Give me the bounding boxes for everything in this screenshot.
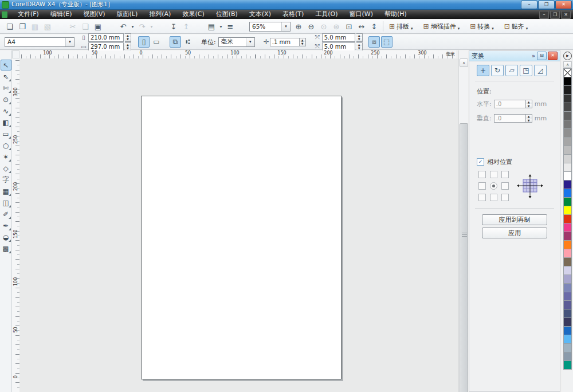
zoom-toolbar-button[interactable]: ↔: [356, 21, 367, 32]
zoom-toolbar-button[interactable]: ↕: [368, 21, 380, 32]
toolbar-button[interactable]: [237, 21, 249, 32]
vertical-stepper[interactable]: ▲▼: [526, 114, 532, 123]
color-swatch[interactable]: [563, 120, 572, 129]
toolbox-tool[interactable]: ▩: [1, 243, 11, 254]
color-swatch[interactable]: [563, 343, 572, 352]
color-swatch[interactable]: [563, 283, 572, 292]
paper-width-stepper[interactable]: ▲▼: [125, 33, 131, 42]
transform-mode-button[interactable]: ↻: [491, 65, 504, 76]
labeled-toolbar-button[interactable]: ⊞ 增强插件 ▾: [420, 21, 464, 32]
menu-item[interactable]: 视图(V): [77, 10, 111, 19]
toolbox-tool[interactable]: ⊙: [1, 94, 11, 105]
toolbar-button[interactable]: ▣: [92, 21, 104, 32]
color-swatch[interactable]: [563, 128, 572, 138]
color-swatch[interactable]: [563, 197, 572, 206]
toolbox-tool[interactable]: ▦: [1, 186, 11, 197]
toolbar-button[interactable]: ▾: [149, 21, 154, 32]
color-swatch[interactable]: [563, 171, 572, 181]
toolbox-tool[interactable]: ▭: [1, 128, 11, 139]
menu-item[interactable]: 工具(O): [309, 10, 343, 19]
toolbar-button[interactable]: ❐: [17, 21, 28, 32]
zoom-toolbar-button[interactable]: ⊙: [318, 21, 329, 32]
current-page-button[interactable]: ⑆: [182, 36, 194, 48]
duplicate-y-input[interactable]: 5.0 mm: [322, 42, 355, 51]
docker-chevron-icon[interactable]: »: [532, 53, 535, 59]
chevron-down-icon[interactable]: ▾: [281, 22, 290, 31]
color-swatch[interactable]: [563, 180, 572, 189]
transform-mode-button[interactable]: ◳: [520, 65, 532, 76]
color-swatch[interactable]: [563, 275, 572, 284]
toolbar-button[interactable]: [155, 21, 167, 32]
color-swatch[interactable]: [563, 146, 572, 155]
anchor-top-left[interactable]: [478, 171, 486, 178]
toolbar-button[interactable]: [105, 21, 116, 32]
nudge-stepper[interactable]: ▲▼: [300, 38, 306, 46]
toolbox-tool[interactable]: ○: [1, 140, 11, 151]
toolbar-button[interactable]: ✂: [67, 21, 79, 32]
toolbox-tool[interactable]: ◒: [1, 232, 11, 242]
menu-item[interactable]: 文本(X): [244, 10, 277, 19]
page-size-combo[interactable]: A4 ▾: [5, 37, 74, 47]
ruler-origin[interactable]: [12, 50, 19, 58]
vertical-ruler[interactable]: 300250200150100500: [12, 58, 20, 392]
zoom-toolbar-button[interactable]: ⊕: [293, 21, 304, 32]
docker-minimize-button[interactable]: ⊟: [537, 52, 547, 60]
portrait-button[interactable]: ▯: [138, 36, 150, 48]
paper-height-input[interactable]: 297.0 mm: [88, 42, 124, 51]
palette-flyout-icon[interactable]: ▶: [563, 52, 572, 60]
toolbar-button[interactable]: ❏: [4, 21, 15, 32]
zoom-toolbar-button[interactable]: ⊖: [305, 21, 317, 32]
anchor-middle-left[interactable]: [478, 182, 486, 190]
color-swatch[interactable]: [563, 94, 572, 103]
page-area[interactable]: [141, 96, 342, 379]
labeled-toolbar-button[interactable]: ⊞ 排版 ▾: [386, 21, 417, 32]
toolbar-button[interactable]: ↶: [117, 21, 129, 32]
menu-item[interactable]: 版面(L): [111, 10, 144, 19]
minimize-button[interactable]: –: [521, 1, 537, 9]
drawing-canvas[interactable]: [19, 58, 458, 392]
transform-mode-button[interactable]: ◿: [534, 65, 547, 76]
zoom-toolbar-button[interactable]: ⊛: [331, 21, 342, 32]
menu-item[interactable]: 文件(F): [12, 10, 45, 19]
toolbox-tool[interactable]: ∿: [1, 105, 11, 116]
toolbar-button[interactable]: ▾: [130, 21, 135, 32]
horizontal-stepper[interactable]: ▲▼: [526, 100, 532, 108]
doc-minimize-button[interactable]: –: [539, 11, 549, 19]
toolbar-button[interactable]: ↥: [180, 21, 192, 32]
chevron-down-icon[interactable]: ▾: [65, 38, 74, 46]
color-swatch[interactable]: [563, 240, 572, 249]
toolbar-button[interactable]: [193, 21, 205, 32]
toolbar-button[interactable]: ≡: [225, 21, 236, 32]
toolbox-tool[interactable]: ✒: [1, 220, 11, 231]
toolbar-button[interactable]: ❑: [80, 21, 91, 32]
toolbox-tool[interactable]: ↖: [1, 60, 11, 70]
toolbox-tool[interactable]: ◇: [1, 163, 11, 174]
toolbox-tool[interactable]: ✐: [1, 209, 11, 219]
restore-button[interactable]: ❐: [538, 1, 555, 9]
nudge-input[interactable]: .1 mm: [270, 38, 300, 46]
anchor-middle-right[interactable]: [501, 182, 509, 190]
color-swatch[interactable]: [563, 257, 572, 266]
all-pages-button[interactable]: ⧉: [170, 36, 181, 48]
duplicate-x-input[interactable]: 5.0 mm: [322, 33, 355, 42]
transform-mode-button[interactable]: +: [477, 65, 489, 76]
color-swatch[interactable]: [563, 163, 572, 172]
color-swatch[interactable]: [563, 352, 572, 361]
no-color-swatch[interactable]: [563, 68, 572, 77]
color-swatch[interactable]: [563, 214, 572, 224]
color-swatch[interactable]: [563, 335, 572, 344]
vertical-scrollbar[interactable]: ∧: [458, 50, 468, 392]
paper-width-input[interactable]: 210.0 mm: [88, 33, 124, 42]
color-swatch[interactable]: [563, 317, 572, 327]
relative-position-checkbox[interactable]: ✓: [477, 158, 484, 166]
doc-close-button[interactable]: ✕: [561, 11, 571, 19]
docker-close-button[interactable]: ✕: [548, 52, 558, 60]
color-swatch[interactable]: [563, 309, 572, 318]
anchor-center[interactable]: [490, 182, 497, 190]
treat-as-filled-button[interactable]: ⧈: [368, 36, 380, 48]
paper-height-stepper[interactable]: ▲▼: [125, 42, 131, 51]
color-swatch[interactable]: [563, 77, 572, 86]
color-swatch[interactable]: [563, 266, 572, 275]
landscape-button[interactable]: ▭: [151, 36, 162, 48]
close-button[interactable]: ✕: [555, 1, 572, 9]
